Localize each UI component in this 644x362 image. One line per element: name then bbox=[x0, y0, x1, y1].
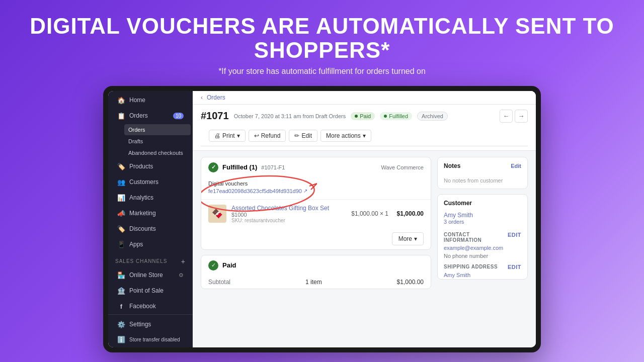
order-title-row: #1071 October 7, 2020 at 3:11 am from Dr… bbox=[201, 110, 528, 123]
sidebar-item-online-store[interactable]: 🏪 Online Store ⚙ bbox=[110, 268, 191, 283]
home-icon: 🏠 bbox=[117, 97, 125, 104]
customer-email[interactable]: example@example.com bbox=[438, 244, 527, 252]
sidebar-item-orders-sub[interactable]: Orders bbox=[124, 124, 191, 135]
sidebar-item-orders[interactable]: 📋 Orders 10 bbox=[110, 109, 191, 123]
customer-title-row: Customer bbox=[444, 200, 521, 207]
more-chevron-icon: ▾ bbox=[414, 235, 417, 242]
fulfillment-card-header: ✓ Fulfilled (1) #1071-F1 Wave Commerce bbox=[201, 157, 431, 177]
edit-button[interactable]: ✏ Edit bbox=[289, 130, 317, 142]
facebook-icon: f bbox=[117, 303, 125, 310]
product-image: 🍫 bbox=[208, 205, 226, 223]
voucher-link[interactable]: fe17ead02098d3623cf5db49fd931d90 ↗ bbox=[208, 188, 424, 194]
sidebar-item-facebook[interactable]: f Facebook bbox=[110, 299, 191, 314]
sidebar-item-facebook-label: Facebook bbox=[129, 303, 156, 310]
sidebar-bottom: ⚙️ Settings ℹ️ Store transfer disabled bbox=[108, 314, 193, 347]
print-chevron-icon: ▾ bbox=[237, 132, 240, 139]
shipping-name[interactable]: Amy Smith bbox=[438, 271, 527, 279]
product-info: Assorted Chocolates Gifting Box Set $100… bbox=[231, 205, 346, 223]
sidebar-item-products[interactable]: 🏷️ Products bbox=[110, 159, 191, 174]
notes-body: No notes from customer bbox=[438, 174, 527, 189]
order-header: #1071 October 7, 2020 at 3:11 am from Dr… bbox=[193, 105, 536, 151]
customer-orders[interactable]: 3 orders bbox=[444, 219, 521, 225]
sidebar-item-apps-label: Apps bbox=[129, 241, 143, 248]
apps-icon: 📱 bbox=[117, 241, 125, 248]
sidebar-item-analytics[interactable]: 📊 Analytics bbox=[110, 191, 191, 205]
order-prev-btn[interactable]: ← bbox=[500, 110, 513, 123]
sidebar-item-drafts[interactable]: Drafts bbox=[124, 136, 191, 147]
sidebar-item-apps[interactable]: 📱 Apps bbox=[110, 237, 191, 252]
badge-fulfilled-label: Fulfilled bbox=[389, 113, 408, 119]
order-nav-buttons: ← → bbox=[500, 110, 528, 123]
subtotal-label: Subtotal bbox=[208, 279, 230, 286]
discounts-icon: 🏷️ bbox=[117, 225, 125, 233]
sidebar-sub-orders: Orders Drafts Abandoned checkouts bbox=[108, 124, 193, 159]
more-label: More bbox=[398, 235, 412, 242]
orders-icon: 📋 bbox=[117, 112, 125, 120]
sidebar-item-discounts-label: Discounts bbox=[129, 225, 156, 232]
order-next-btn[interactable]: → bbox=[515, 110, 528, 123]
info-icon: ℹ️ bbox=[117, 336, 125, 343]
wave-commerce-label: Wave Commerce bbox=[381, 164, 424, 170]
product-total: $1,000.00 bbox=[393, 210, 424, 217]
refund-label: Refund bbox=[261, 132, 281, 139]
print-label: Print bbox=[222, 132, 235, 139]
sidebar-item-products-label: Products bbox=[129, 163, 153, 170]
product-sku: SKU: restaurantvoucher bbox=[231, 218, 346, 223]
sidebar-item-settings-label: Settings bbox=[129, 321, 151, 328]
analytics-icon: 📊 bbox=[117, 194, 125, 202]
main-content: ‹ Orders #1071 October 7, 2020 at 3:11 a… bbox=[193, 91, 536, 347]
print-button[interactable]: 🖨 Print ▾ bbox=[209, 130, 246, 142]
sidebar-item-customers-label: Customers bbox=[129, 178, 158, 186]
order-meta: October 7, 2020 at 3:11 am from Draft Or… bbox=[234, 113, 346, 119]
customer-phone: No phone number bbox=[438, 252, 527, 260]
sidebar-item-abandoned[interactable]: Abandoned checkouts bbox=[124, 147, 191, 158]
sidebar-item-pos-label: Point of Sale bbox=[129, 287, 164, 294]
sidebar-item-pos[interactable]: 🏦 Point of Sale bbox=[110, 284, 191, 298]
sidebar-item-discounts[interactable]: 🏷️ Discounts bbox=[110, 222, 191, 236]
notes-title: Notes bbox=[444, 162, 460, 169]
sidebar-item-online-store-label: Online Store bbox=[129, 272, 163, 279]
product-name[interactable]: Assorted Chocolates Gifting Box Set bbox=[231, 205, 346, 212]
device-frame: 🏠 Home 📋 Orders 10 Orders Drafts Abandon… bbox=[103, 86, 541, 352]
order-number: #1071 bbox=[201, 110, 229, 122]
customers-icon: 👥 bbox=[117, 178, 125, 186]
more-actions-label: More actions bbox=[326, 132, 361, 139]
subtotal-amount: $1,000.00 bbox=[397, 279, 424, 286]
customer-name[interactable]: Amy Smith bbox=[444, 212, 521, 219]
refund-button[interactable]: ↩ Refund bbox=[249, 130, 286, 142]
banner-subtext: *If your store has automatic fulfillment… bbox=[20, 67, 624, 76]
settings-icon: ⚙️ bbox=[117, 321, 125, 328]
voucher-annotated-section: Digital vouchers fe17ead02098d3623cf5db4… bbox=[201, 177, 431, 200]
contact-label-text: CONTACT INFORMATION bbox=[444, 232, 508, 243]
sidebar-item-home[interactable]: 🏠 Home bbox=[110, 93, 191, 108]
shipping-label-text: SHIPPING ADDRESS bbox=[444, 264, 498, 270]
sidebar-item-settings[interactable]: ⚙️ Settings bbox=[110, 317, 191, 332]
customer-title: Customer bbox=[444, 200, 472, 207]
sidebar-item-marketing[interactable]: 📣 Marketing bbox=[110, 206, 191, 221]
shipping-edit-link[interactable]: Edit bbox=[508, 264, 521, 270]
subtotal-row: Subtotal 1 item $1,000.00 bbox=[201, 276, 431, 289]
more-actions-button[interactable]: More actions ▾ bbox=[320, 130, 371, 142]
breadcrumb-orders-link[interactable]: Orders bbox=[207, 94, 225, 101]
badge-paid: Paid bbox=[351, 112, 375, 120]
online-store-settings-icon[interactable]: ⚙ bbox=[179, 272, 184, 279]
sidebar-drafts-label: Drafts bbox=[128, 138, 143, 144]
channels-section-label: SALES CHANNELS + bbox=[108, 252, 193, 267]
refund-icon: ↩ bbox=[254, 132, 259, 139]
sidebar-item-customers[interactable]: 👥 Customers bbox=[110, 175, 191, 190]
notes-card: Notes Edit No notes from customer bbox=[437, 157, 528, 189]
pos-icon: 🏦 bbox=[117, 287, 125, 295]
sidebar-item-home-label: Home bbox=[129, 97, 145, 104]
fulfillment-title-group: ✓ Fulfilled (1) #1071-F1 bbox=[208, 162, 285, 172]
add-channel-icon[interactable]: + bbox=[181, 257, 186, 265]
contact-edit-link[interactable]: Edit bbox=[508, 232, 521, 243]
sidebar-orders-sublabel: Orders bbox=[128, 127, 145, 133]
sidebar-item-marketing-label: Marketing bbox=[129, 210, 156, 217]
more-button[interactable]: More ▾ bbox=[392, 232, 424, 245]
top-nav: ‹ Orders bbox=[193, 91, 536, 105]
content-body: ✓ Fulfilled (1) #1071-F1 Wave Commerce bbox=[193, 151, 536, 347]
customer-card-header: Customer bbox=[438, 195, 527, 212]
more-actions-chevron-icon: ▾ bbox=[363, 132, 366, 139]
paid-card: ✓ Paid Subtotal 1 item $1,000.00 bbox=[201, 255, 431, 289]
notes-edit-link[interactable]: Edit bbox=[511, 163, 521, 169]
